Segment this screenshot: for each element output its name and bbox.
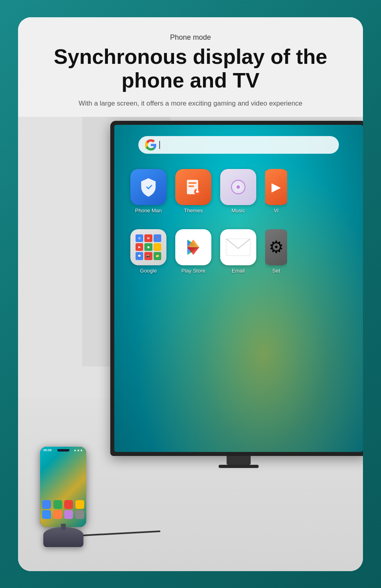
scene-area: Phone Man [18,117,363,571]
video-label: Vi [274,208,278,214]
phone-mini-icons [42,500,85,519]
google-label: Google [140,268,157,274]
email-icon [220,229,256,265]
phone-mini-icon-5 [42,510,51,519]
phone-notch [57,449,69,452]
themes-icon [175,169,211,205]
tv-container: Phone Man [110,121,363,493]
phone-mini-icon-4 [75,500,84,509]
tv-stand-base [219,465,259,468]
dock-base [43,527,83,547]
tv-frame: Phone Man [110,121,363,456]
music-icon: ♪ [220,169,256,205]
phone-mini-icon-2 [53,500,62,509]
phone-manager-label: Phone Man [135,208,162,214]
dock-connector [61,524,66,530]
svg-rect-1 [188,182,197,184]
app-music[interactable]: ♪ Music [220,169,256,214]
app-playstore[interactable]: Play Store [175,229,211,274]
main-title: Synchronous display of the phone and TV [42,45,339,93]
google-folder-grid: G M 📍 ▶ ◉ ⚡ 💬 📸 📁 [134,233,163,262]
search-bar-row [138,136,339,154]
settings-label: Set [272,268,280,274]
svg-text:♪: ♪ [236,183,239,189]
video-icon-partial: ▶ [265,169,287,205]
tv-screen: Phone Man [114,125,363,452]
phone-mini-icon-6 [53,510,62,519]
subtitle: With a large screen, it offers a more ex… [42,98,339,109]
music-label: Music [231,208,245,214]
app-themes[interactable]: Themes [175,169,211,214]
phone-home-screen: 08:08 ▲▲▲ [40,447,86,527]
mode-label: Phone mode [42,33,339,42]
playstore-icon [175,229,211,265]
phone-signal: ▲▲▲ [73,448,83,452]
search-cursor [159,141,160,149]
phone-mini-icon-1 [42,500,51,509]
phone-mini-icon-8 [75,510,84,519]
google-folder-icon: G M 📍 ▶ ◉ ⚡ 💬 📸 📁 [130,229,166,265]
phone-manager-icon [130,169,166,205]
google-logo [145,139,157,151]
app-google[interactable]: G M 📍 ▶ ◉ ⚡ 💬 📸 📁 [130,229,166,274]
apps-row-1: Phone Man [130,169,363,214]
settings-icon-partial: ⚙ [265,229,287,265]
main-card: Phone mode Synchronous display of the ph… [18,17,363,571]
playstore-label: Play Store [181,268,205,274]
themes-label: Themes [184,208,203,214]
tv-stand [227,456,251,465]
phone-device: 08:08 ▲▲▲ [40,447,86,527]
svg-rect-5 [196,191,199,193]
header-area: Phone mode Synchronous display of the ph… [18,17,363,117]
android-screen: Phone Man [114,125,363,452]
svg-rect-2 [188,185,194,187]
phone-mini-icon-7 [64,510,73,519]
app-video-partial: ▶ Vi [265,169,287,214]
email-label: Email [232,268,245,274]
search-bar[interactable] [138,136,339,154]
app-phone-manager[interactable]: Phone Man [130,169,166,214]
app-email[interactable]: Email [220,229,256,274]
phone-time: 08:08 [43,448,51,452]
phone-mini-icon-3 [64,500,73,509]
app-settings-partial: ⚙ Set [265,229,287,274]
phone-dock-container: 08:08 ▲▲▲ [40,447,86,547]
apps-row-2: G M 📍 ▶ ◉ ⚡ 💬 📸 📁 [130,229,363,274]
